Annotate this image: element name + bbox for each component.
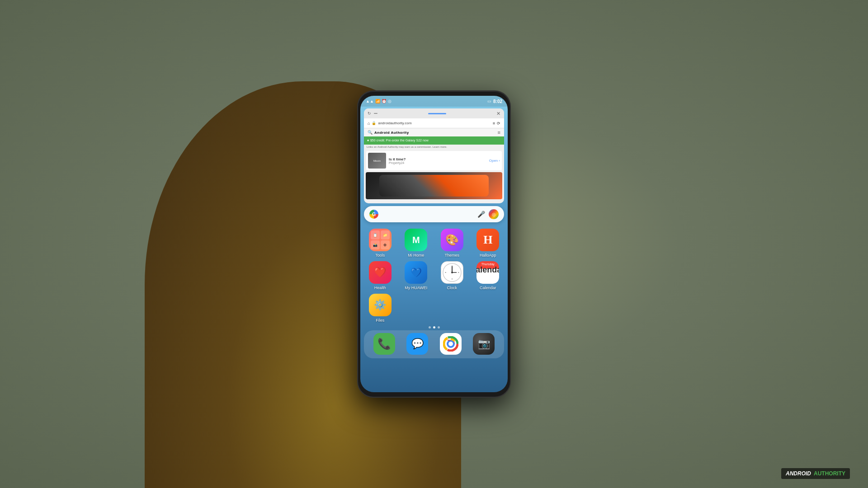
app-item-my-huawei[interactable]: 💙 My HUAWEI <box>400 261 433 290</box>
alarm-icon: ⏰ <box>382 99 387 103</box>
calendar-date-number: calendar <box>476 266 499 274</box>
app-item-mi-home[interactable]: M Mi Home <box>400 229 433 258</box>
health-app-icon: ❤️ <box>369 261 392 284</box>
halloapp-app-icon: H <box>476 229 499 251</box>
files-app-label: Files <box>376 318 384 323</box>
google-search-bar[interactable]: 🎤 ◎ <box>364 206 504 222</box>
themes-app-icon: 🎨 <box>441 229 463 251</box>
browser-ad-card[interactable]: Movin Is it time? Property24 Open › <box>366 150 502 171</box>
calendar-app-label: Calendar <box>480 286 496 290</box>
dock-item-phone[interactable]: 📞 <box>369 333 399 355</box>
browser-card[interactable]: ↻ ✕ ⌂ 🔒 androidauthority.com ≡ ⟳ 🔍 Andro… <box>364 108 504 203</box>
browser-promo-banner[interactable]: ★ $50 credit: Pre-order the Galaxy S22 n… <box>364 136 504 145</box>
app-dock: 📞 💬 <box>364 330 504 358</box>
health-app-label: Health <box>374 286 386 290</box>
browser-url-text: androidauthority.com <box>378 121 491 125</box>
phone-article-image <box>379 175 489 197</box>
app-grid-row1: 📋 📁 📸 ⚙ Tools M Mi Home 🎨 <box>360 225 508 261</box>
google-lens-icon[interactable]: ◎ <box>489 209 499 219</box>
phone-app-icon: 📞 <box>373 333 395 355</box>
wifi-icon: 📶 <box>375 99 380 103</box>
browser-close-button[interactable]: ✕ <box>496 111 500 117</box>
status-icons-right: ▭ 8:02 <box>487 99 502 104</box>
browser-minimize <box>374 113 377 114</box>
halloapp-app-label: HalloApp <box>480 253 496 258</box>
browser-promo-text: ★ $50 credit: Pre-order the Galaxy S22 n… <box>367 139 429 142</box>
my-huawei-app-icon: 💙 <box>405 261 427 284</box>
files-app-icon: ⚙️ <box>369 294 392 316</box>
ad-title-text: Is it time? <box>389 157 486 161</box>
browser-disclaimer: Links on Android Authority may earn us a… <box>364 145 504 149</box>
browser-search-bar[interactable]: 🔍 Android Authority ≡ <box>364 128 504 136</box>
dock-item-messages[interactable]: 💬 <box>403 333 433 355</box>
phone-body: ▲▲ 📶 ⏰ ◎ ▭ 8:02 ↻ ✕ <box>357 90 511 398</box>
app-item-halloapp[interactable]: H HalloApp <box>472 229 505 258</box>
app-item-health[interactable]: ❤️ Health <box>364 261 396 290</box>
status-time: 8:02 <box>493 99 502 104</box>
messages-app-icon: 💬 <box>406 333 428 355</box>
dock-item-camera[interactable]: 📷 <box>469 333 499 355</box>
clock-svg <box>442 262 462 283</box>
browser-refresh-icon: ↻ <box>368 111 371 116</box>
app-item-calendar[interactable]: Thursday calendar Calendar <box>472 261 505 290</box>
page-dot-2 <box>433 326 435 328</box>
app-item-tools[interactable]: 📋 📁 📸 ⚙ Tools <box>364 229 396 258</box>
mi-home-app-icon: M <box>405 229 427 251</box>
phone-container: ▲▲ 📶 ⏰ ◎ ▭ 8:02 ↻ ✕ <box>357 90 511 398</box>
clock-app-label: Clock <box>447 286 457 290</box>
themes-app-label: Themes <box>444 253 459 258</box>
svg-point-14 <box>448 342 453 346</box>
browser-url-bar[interactable]: ⌂ 🔒 androidauthority.com ≡ ⟳ <box>364 118 504 128</box>
ad-subtitle: Property24 <box>389 161 486 164</box>
app-item-files[interactable]: ⚙️ Files <box>364 294 396 323</box>
my-huawei-app-label: My HUAWEI <box>405 286 427 290</box>
browser-share-icon: ⟳ <box>497 121 500 126</box>
ad-open-button[interactable]: Open › <box>489 159 500 163</box>
halloapp-letter: H <box>483 233 492 247</box>
tools-app-icon: 📋 📁 📸 ⚙ <box>369 229 392 251</box>
browser-reader-icon: ≡ <box>493 121 495 126</box>
clock-app-icon <box>441 261 463 284</box>
android-authority-logo: Android Authority <box>374 131 409 135</box>
ad-thumbnail: Movin <box>368 153 386 169</box>
app-item-themes[interactable]: 🎨 Themes <box>436 229 468 258</box>
status-icons-left: ▲▲ 📶 ⏰ ◎ <box>366 99 392 103</box>
google-logo <box>369 210 378 219</box>
camera-icon-glyph: 📷 <box>478 338 490 350</box>
watermark-android-text: ANDROID <box>786 470 811 477</box>
page-indicators <box>360 326 508 328</box>
camera-app-icon: 📷 <box>473 333 495 355</box>
browser-titlebar: ↻ ✕ <box>364 108 504 118</box>
browser-menu-icon: ≡ <box>498 130 500 135</box>
browser-search-icon: 🔍 <box>368 130 373 135</box>
page-dot-1 <box>429 326 431 328</box>
ad-open-chevron: › <box>499 159 500 163</box>
phone-screen: ▲▲ 📶 ⏰ ◎ ▭ 8:02 ↻ ✕ <box>360 96 508 392</box>
browser-lock-icon: 🔒 <box>372 121 376 125</box>
watermark-authority-text: AUTHORITY <box>814 470 845 477</box>
dock-item-chrome[interactable] <box>436 333 466 355</box>
browser-phone-article-img <box>366 172 502 199</box>
signal-icon: ▲▲ <box>366 99 374 103</box>
watermark: ANDROID AUTHORITY <box>781 468 850 479</box>
voice-search-icon[interactable]: 🎤 <box>477 210 485 218</box>
app-grid-row2: ❤️ Health 💙 My HUAWEI <box>360 261 508 326</box>
browser-home-icon: ⌂ <box>368 121 370 126</box>
app-item-clock[interactable]: Clock <box>436 261 468 290</box>
status-bar: ▲▲ 📶 ⏰ ◎ ▭ 8:02 <box>360 96 508 107</box>
location-icon: ◎ <box>388 99 392 103</box>
calendar-app-icon: Thursday calendar <box>476 261 499 284</box>
browser-window-controls: ↻ <box>368 111 377 116</box>
battery-icon: ▭ <box>487 99 491 103</box>
mi-home-app-label: Mi Home <box>408 253 424 258</box>
tools-app-label: Tools <box>375 253 385 258</box>
chrome-app-icon <box>440 333 462 355</box>
browser-tab-indicator <box>428 113 446 114</box>
page-dot-3 <box>438 326 440 328</box>
ad-open-label: Open <box>489 159 498 163</box>
